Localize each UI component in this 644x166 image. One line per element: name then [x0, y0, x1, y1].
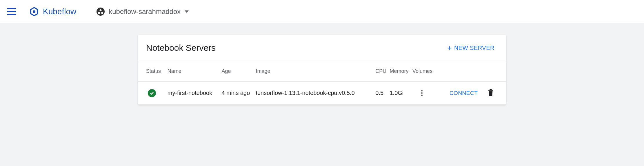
card-header: Notebook Servers + NEW SERVER [138, 35, 506, 61]
delete-icon[interactable] [487, 89, 494, 98]
header-image: Image [256, 68, 375, 74]
header-connect [450, 68, 484, 74]
header-memory: Memory [390, 68, 412, 74]
kubeflow-logo-icon [29, 6, 39, 17]
volumes-menu-icon[interactable] [418, 90, 425, 97]
cell-status [146, 89, 168, 97]
header-cpu: CPU [375, 68, 390, 74]
brand-logo[interactable]: Kubeflow [29, 6, 76, 17]
namespace-name: kubeflow-sarahmaddox [109, 8, 181, 16]
cell-age: 4 mins ago [221, 90, 256, 96]
page-title: Notebook Servers [146, 43, 216, 53]
notebook-servers-card: Notebook Servers + NEW SERVER Status Nam… [138, 35, 506, 104]
plus-icon: + [447, 44, 452, 52]
cell-volumes [412, 90, 450, 97]
namespace-selector[interactable]: kubeflow-sarahmaddox [97, 8, 189, 16]
header-actions [484, 68, 498, 74]
brand-name: Kubeflow [43, 7, 76, 16]
connect-button[interactable]: CONNECT [450, 90, 478, 96]
cell-image: tensorflow-1.13.1-notebook-cpu:v0.5.0 [256, 90, 375, 96]
notebook-servers-table: Status Name Age Image CPU Memory Volumes… [138, 61, 506, 104]
main-content: Notebook Servers + NEW SERVER Status Nam… [0, 23, 644, 116]
header-status: Status [146, 68, 168, 74]
chevron-down-icon [185, 10, 189, 13]
header-name: Name [168, 68, 222, 74]
cell-connect: CONNECT [450, 90, 484, 96]
new-server-button[interactable]: + NEW SERVER [444, 42, 498, 54]
cell-name: my-first-notebook [168, 90, 222, 96]
app-header: Kubeflow kubeflow-sarahmaddox [0, 0, 644, 23]
header-age: Age [221, 68, 256, 74]
cell-memory: 1.0Gi [390, 90, 412, 96]
new-server-label: NEW SERVER [454, 45, 494, 51]
namespace-icon [97, 8, 105, 16]
cell-cpu: 0.5 [375, 90, 390, 96]
header-volumes: Volumes [412, 68, 450, 74]
table-row: my-first-notebook 4 mins ago tensorflow-… [138, 82, 506, 104]
cell-actions [484, 89, 498, 98]
table-header-row: Status Name Age Image CPU Memory Volumes [138, 61, 506, 82]
hamburger-menu-icon[interactable] [7, 6, 17, 17]
status-ready-icon [148, 89, 156, 97]
